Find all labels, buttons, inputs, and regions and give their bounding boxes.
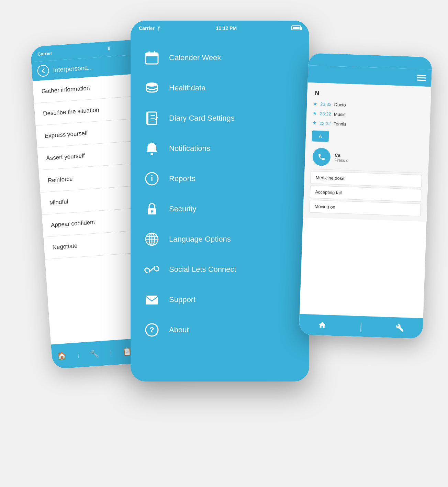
menu-item-diary[interactable]: Diary Card Settings (131, 103, 309, 133)
menu-item-reports[interactable]: i Reports (131, 164, 309, 194)
menu-label-notifications: Notifications (169, 144, 210, 153)
star-icon-2: ★ (313, 110, 317, 116)
time-1: 23:32 (320, 101, 332, 107)
svg-text:?: ? (149, 325, 154, 334)
svg-rect-1 (146, 53, 158, 56)
label-2: Music (334, 111, 346, 117)
call-button: Ca Press o (308, 144, 426, 173)
svg-text:31: 31 (149, 57, 155, 63)
home-tab-front[interactable] (314, 321, 331, 330)
star-icon-3: ★ (312, 120, 317, 125)
call-text: Ca Press o (334, 152, 349, 163)
nav-title-back: Interpersona... (53, 64, 93, 74)
carrier-back: Carrier (37, 51, 53, 57)
svg-line-28 (417, 80, 426, 80)
menu-item-security[interactable]: Security (131, 194, 309, 224)
menu-label-social: Social Lets Connect (169, 265, 236, 274)
globe-icon (143, 230, 161, 248)
menu-item-social[interactable]: Social Lets Connect (131, 254, 309, 285)
menu-item-support[interactable]: Support (131, 285, 309, 315)
svg-point-5 (146, 82, 157, 87)
svg-point-17 (151, 210, 153, 212)
link-icon (143, 261, 161, 278)
tab-divider-front: | (360, 321, 362, 332)
label-1: Docto (334, 102, 346, 107)
envelope-icon (143, 291, 161, 309)
call-circle-icon[interactable] (312, 148, 331, 166)
phone-mid: Carrier 11:12 PM 31 (131, 21, 309, 381)
diary-icon (143, 109, 161, 127)
menu-item-notifications[interactable]: Notifications (131, 133, 309, 164)
svg-rect-23 (146, 296, 158, 305)
battery-mid (291, 25, 301, 31)
menu-item-language[interactable]: Language Options (131, 224, 309, 254)
tools-tab-front[interactable] (391, 323, 408, 332)
svg-rect-7 (146, 112, 148, 124)
time-2: 23:22 (320, 111, 331, 117)
menu-item-healthdata[interactable]: Healthdata (131, 73, 309, 103)
add-button-front[interactable]: A (312, 130, 329, 142)
svg-text:i: i (151, 174, 153, 182)
menu-label-calendar: Calender Week (169, 53, 221, 62)
skill-item-3[interactable]: Moving on (309, 200, 421, 216)
star-icon-1: ★ (313, 101, 318, 107)
carrier-mid: Carrier (139, 25, 161, 31)
label-3: Tennis (334, 121, 347, 126)
menu-label-support: Support (169, 295, 195, 304)
skill-item-2[interactable]: Accepting fail (310, 185, 422, 202)
skill-item-1[interactable]: Medicine dose (310, 171, 422, 187)
database-icon (143, 79, 161, 97)
question-icon: ? (143, 321, 161, 339)
bell-icon (143, 140, 161, 157)
info-icon: i (143, 170, 161, 188)
menu-label-reports: Reports (169, 174, 195, 183)
svg-line-27 (417, 78, 426, 78)
lock-icon (143, 200, 161, 218)
tools-tab-back[interactable]: 🔧 (90, 349, 100, 359)
back-button[interactable] (37, 65, 49, 77)
home-tab-back[interactable]: 🏠 (57, 351, 67, 361)
menu-item-calendar[interactable]: 31 Calender Week (131, 43, 309, 73)
calendar-icon: 31 (143, 49, 161, 67)
menu-label-security: Security (169, 204, 196, 213)
time-mid: 11:12 PM (216, 25, 237, 31)
bottom-tab-bar-front: | (299, 314, 423, 339)
svg-line-26 (417, 75, 426, 76)
status-bar-mid: Carrier 11:12 PM (131, 21, 309, 36)
phone-front: N ★ 23:32 Docto ★ 23:22 Music ★ 23:32 Te… (299, 53, 432, 339)
menu-label-about: About (169, 325, 189, 334)
svg-point-12 (150, 153, 153, 155)
menu-item-about[interactable]: ? About (131, 315, 309, 345)
content-area-front: N ★ 23:32 Docto ★ 23:22 Music ★ 23:32 Te… (303, 82, 431, 222)
hamburger-icon[interactable] (417, 74, 426, 81)
time-3: 23:32 (320, 121, 331, 126)
menu-list: 31 Calender Week Healthdata (131, 36, 309, 352)
menu-label-language: Language Options (169, 235, 231, 244)
wifi-back (106, 46, 112, 52)
menu-label-healthdata: Healthdata (169, 84, 205, 92)
menu-label-diary: Diary Card Settings (169, 114, 235, 123)
